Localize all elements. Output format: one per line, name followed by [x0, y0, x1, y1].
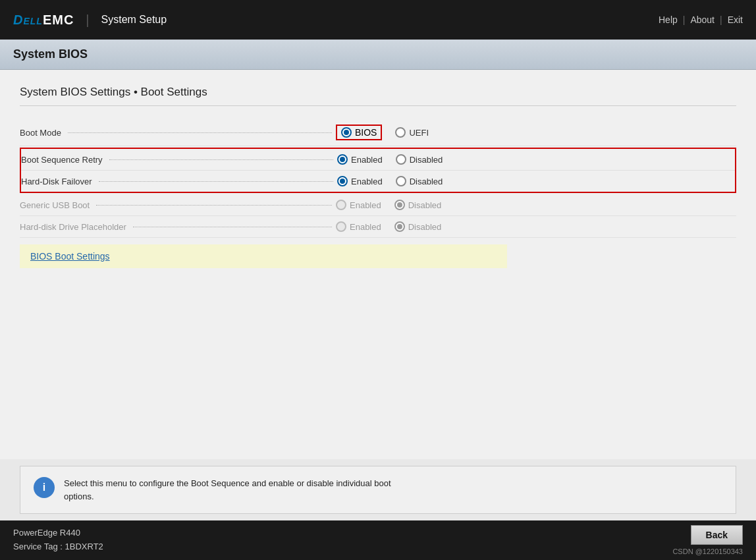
header-divider: |	[86, 13, 89, 28]
radio-uefi[interactable]	[395, 127, 406, 138]
hard-disk-failover-enabled-option[interactable]: Enabled	[337, 176, 383, 186]
header-nav: Help | About | Exit	[659, 14, 743, 25]
dotted-line	[133, 227, 332, 227]
dotted-line	[96, 205, 332, 206]
nav-sep-1: |	[683, 14, 686, 25]
page-subtitle: System BIOS Settings • Boot Settings	[20, 86, 736, 106]
section-title-bar: System BIOS	[0, 40, 756, 70]
radio-bios[interactable]	[341, 127, 352, 138]
dotted-line	[109, 159, 333, 160]
label-boot-mode: Boot Mode	[20, 128, 336, 138]
generic-usb-enabled-option: Enabled	[336, 200, 381, 210]
radio-usb-enabled	[336, 200, 346, 210]
label-boot-sequence-retry: Boot Sequence Retry	[21, 155, 337, 165]
info-text-line2: options.	[64, 491, 94, 501]
info-icon: i	[34, 477, 55, 498]
info-panel: i Select this menu to configure the Boot…	[20, 466, 736, 514]
options-hard-disk-placeholder: Enabled Disabled	[336, 221, 481, 232]
bios-boot-link-box: BIOS Boot Settings	[20, 244, 507, 268]
content-area: System BIOS Settings • Boot Settings Boo…	[0, 70, 756, 459]
header-app-title: System Setup	[101, 14, 167, 26]
generic-usb-disabled-option: Disabled	[394, 200, 442, 210]
setting-row-hard-disk-placeholder: Hard-disk Drive Placeholder Enabled Disa…	[20, 216, 736, 238]
setting-row-generic-usb-boot: Generic USB Boot Enabled Disabled	[20, 194, 736, 216]
watermark: CSDN @1220150343	[672, 547, 743, 555]
label-hard-disk-failover: Hard-Disk Failover	[21, 177, 337, 186]
footer-right: Back CSDN @1220150343	[672, 525, 743, 555]
section-title: System BIOS	[13, 47, 88, 61]
dell-emc-logo: DellEMC	[13, 13, 74, 28]
boot-sequence-enabled-option[interactable]: Enabled	[337, 154, 383, 165]
back-button[interactable]: Back	[691, 525, 743, 545]
footer-service-tag-label: Service Tag :	[13, 542, 65, 551]
about-link[interactable]: About	[690, 14, 715, 25]
radio-boot-seq-disabled[interactable]	[396, 154, 406, 165]
footer-device-info: PowerEdge R440 Service Tag : 1BDXRT2	[13, 526, 103, 554]
radio-boot-seq-enabled[interactable]	[337, 154, 348, 165]
bios-option-highlighted[interactable]: BIOS	[336, 125, 382, 140]
footer: PowerEdge R440 Service Tag : 1BDXRT2 Bac…	[0, 520, 756, 560]
radio-hdp-enabled	[336, 221, 346, 232]
hdf-disabled-label: Disabled	[410, 177, 443, 186]
red-outline-group: Boot Sequence Retry Enabled Disabled	[20, 148, 736, 193]
nav-sep-2: |	[720, 14, 722, 25]
uefi-option[interactable]: UEFI	[395, 127, 429, 138]
bios-boot-settings-link[interactable]: BIOS Boot Settings	[30, 251, 110, 262]
options-boot-mode: BIOS UEFI	[336, 125, 481, 140]
bios-boot-settings-row: BIOS Boot Settings	[20, 244, 736, 268]
boot-seq-disabled-label: Disabled	[410, 155, 443, 165]
dotted-line	[99, 181, 333, 182]
hdp-disabled-label: Disabled	[408, 222, 442, 232]
hd-placeholder-disabled-option: Disabled	[394, 221, 442, 232]
options-boot-sequence-retry: Enabled Disabled	[337, 154, 482, 165]
footer-service-tag-value: 1BDXRT2	[65, 542, 103, 551]
info-text-line1: Select this menu to configure the Boot S…	[64, 478, 391, 488]
hard-disk-failover-disabled-option[interactable]: Disabled	[396, 176, 443, 186]
hd-placeholder-enabled-option: Enabled	[336, 221, 381, 232]
radio-usb-disabled	[394, 200, 405, 210]
label-generic-usb-boot: Generic USB Boot	[20, 200, 336, 210]
main-content: System BIOS System BIOS Settings • Boot …	[0, 40, 756, 520]
usb-disabled-label: Disabled	[408, 200, 442, 210]
setting-row-boot-sequence-retry: Boot Sequence Retry Enabled Disabled	[21, 149, 735, 171]
help-link[interactable]: Help	[659, 14, 678, 25]
hdf-enabled-label: Enabled	[351, 177, 383, 186]
uefi-label: UEFI	[409, 128, 429, 138]
setting-row-hard-disk-failover: Hard-Disk Failover Enabled Disabled	[21, 171, 735, 192]
footer-model: PowerEdge R440	[13, 526, 103, 540]
header-left: DellEMC | System Setup	[13, 13, 167, 28]
radio-hdf-disabled[interactable]	[396, 176, 406, 186]
boot-sequence-disabled-option[interactable]: Disabled	[396, 154, 443, 165]
label-hard-disk-placeholder: Hard-disk Drive Placeholder	[20, 222, 336, 232]
bios-label: BIOS	[355, 127, 377, 138]
footer-service-tag: Service Tag : 1BDXRT2	[13, 540, 103, 554]
setting-row-boot-mode: Boot Mode BIOS UEFI	[20, 119, 736, 146]
info-text: Select this menu to configure the Boot S…	[64, 477, 391, 503]
options-hard-disk-failover: Enabled Disabled	[337, 176, 482, 186]
boot-seq-enabled-label: Enabled	[351, 155, 383, 165]
radio-hdp-disabled	[394, 221, 405, 232]
exit-link[interactable]: Exit	[728, 14, 743, 25]
hdp-enabled-label: Enabled	[350, 222, 381, 232]
options-generic-usb-boot: Enabled Disabled	[336, 200, 481, 210]
usb-enabled-label: Enabled	[350, 200, 381, 210]
dotted-line	[68, 132, 332, 133]
radio-hdf-enabled[interactable]	[337, 176, 348, 186]
header: DellEMC | System Setup Help | About | Ex…	[0, 0, 756, 40]
